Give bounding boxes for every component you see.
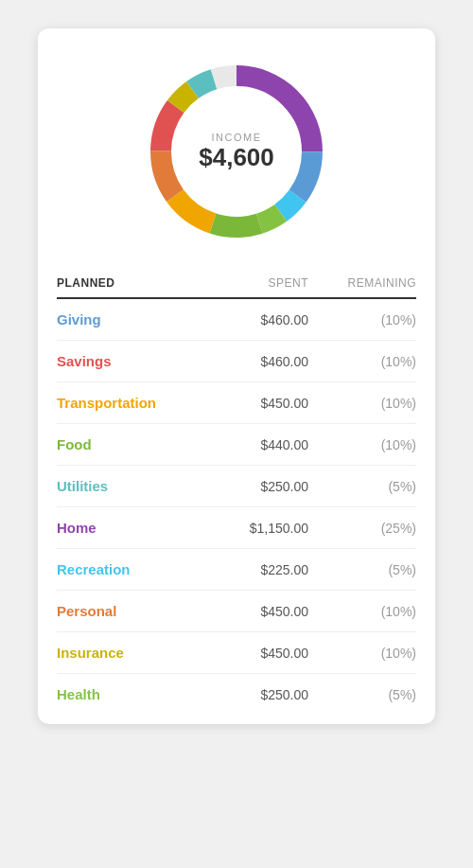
category-name: Insurance [57,645,201,661]
income-label: INCOME [199,132,274,143]
category-amount: $460.00 [201,354,308,369]
category-amount: $225.00 [201,562,308,577]
table-header: PLANNED SPENT REMAINING [57,265,416,299]
category-name: Giving [57,311,201,328]
category-name: Personal [57,603,201,619]
category-amount: $450.00 [201,604,308,619]
table-row: Recreation$225.00(5%) [57,549,416,591]
category-percent: (10%) [308,354,416,369]
category-name: Recreation [57,561,201,577]
category-name: Food [57,436,201,452]
category-amount: $250.00 [201,687,308,702]
donut-section: INCOME $4,600 [38,28,435,265]
donut-label: INCOME $4,600 [199,132,274,172]
table-row: Home$1,150.00(25%) [57,507,416,549]
category-name: Utilities [57,478,201,494]
category-percent: (10%) [308,604,416,619]
category-percent: (10%) [308,396,416,411]
col-spent-header: SPENT [201,276,308,290]
table-row: Savings$460.00(10%) [57,341,416,382]
category-name: Savings [57,353,201,369]
category-amount: $460.00 [201,312,308,328]
table-row: Transportation$450.00(10%) [57,382,416,424]
table-row: Insurance$450.00(10%) [57,632,416,674]
table-row: Utilities$250.00(5%) [57,466,416,507]
category-amount: $250.00 [201,479,308,494]
col-planned-header: PLANNED [57,276,201,290]
table-row: Food$440.00(10%) [57,424,416,466]
category-name: Home [57,520,201,536]
budget-card: INCOME $4,600 PLANNED SPENT REMAINING Gi… [38,28,435,724]
category-amount: $1,150.00 [201,521,308,536]
category-percent: (5%) [308,562,416,577]
category-name: Transportation [57,395,201,411]
category-name: Health [57,686,201,702]
category-percent: (10%) [308,437,416,452]
category-percent: (10%) [308,646,416,661]
col-remaining-header: REMAINING [308,276,416,290]
income-amount: $4,600 [199,143,274,172]
category-amount: $450.00 [201,646,308,661]
category-amount: $440.00 [201,437,308,452]
category-percent: (10%) [308,312,416,328]
table-row: Health$250.00(5%) [57,674,416,715]
category-percent: (5%) [308,687,416,702]
budget-table: PLANNED SPENT REMAINING Giving$460.00(10… [38,265,435,715]
table-rows: Giving$460.00(10%)Savings$460.00(10%)Tra… [57,299,416,715]
category-percent: (5%) [308,479,416,494]
category-percent: (25%) [308,521,416,536]
table-row: Giving$460.00(10%) [57,299,416,341]
category-amount: $450.00 [201,396,308,411]
table-row: Personal$450.00(10%) [57,591,416,632]
donut-chart: INCOME $4,600 [142,57,331,246]
